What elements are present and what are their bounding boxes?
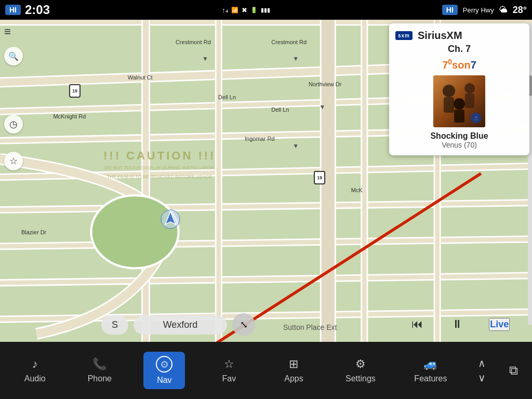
nav-label-audio: Audio (24, 374, 46, 383)
audio-icon: ♪ (32, 357, 38, 371)
nav-label-apps: Apps (284, 374, 303, 383)
sirius-header: sxm SiriusXM (395, 30, 523, 42)
svg-point-36 (443, 85, 455, 97)
bluetooth-icon: ✖ (242, 6, 247, 14)
star-icon: ☆ (9, 155, 18, 167)
nav-indicator-1: ▼ (202, 55, 208, 62)
nav-indicator-4: ▼ (292, 142, 299, 150)
nav-item-phone[interactable]: 📞 Phone (79, 353, 121, 388)
sirius-channel: Ch. 7 (395, 44, 523, 55)
settings-icon: ⚙ (355, 357, 366, 371)
search-button[interactable]: 🔍 (4, 47, 23, 65)
status-left: HI 2:03 (5, 3, 50, 17)
fav-icon: ☆ (224, 357, 234, 371)
expand-icon: ⤡ (240, 319, 248, 330)
channel-logo-area: 70son7 (395, 58, 523, 71)
signal-bars-icon: ▮▮▮ (261, 7, 270, 14)
destination-street: Sutton Place Ext (283, 323, 337, 331)
signal-4g-icon: ↑₄ (222, 6, 228, 14)
channel-70s-logo: 70son7 (442, 59, 476, 71)
nav-item-settings[interactable]: ⚙ Settings (338, 353, 383, 388)
nav-label-phone: Phone (88, 374, 112, 383)
nav-item-fav[interactable]: ☆ Fav (208, 353, 250, 388)
svg-point-38 (464, 83, 475, 94)
nav-item-apps[interactable]: ⊞ Apps (273, 353, 314, 388)
album-art: 🎵 (433, 75, 485, 127)
status-bar: HI 2:03 ↑₄ 📶 ✖ 🔋 ▮▮▮ HI Perry Hwy 🌥 28° (0, 0, 532, 20)
destination-button[interactable]: Wexford (134, 315, 227, 335)
siriusxm-panel: sxm SiriusXM Ch. 7 70son7 (389, 23, 529, 155)
nav-indicator-3: ▼ (319, 103, 325, 111)
history-icon: ◷ (9, 118, 18, 130)
pause-button[interactable]: ⏸ (449, 315, 466, 334)
nav-indicator-2: ▼ (292, 55, 299, 62)
svg-point-30 (91, 195, 178, 268)
nav-label-features: Features (414, 374, 447, 383)
nav-down-arrow[interactable]: ∨ (478, 371, 486, 384)
nav-item-nav[interactable]: ⊙ Nav (143, 352, 185, 389)
features-icon: 🚙 (423, 357, 437, 371)
sxm-logo: sxm (395, 31, 413, 40)
nav-up-arrow[interactable]: ∧ (478, 357, 486, 369)
sirius-title: SiriusXM (418, 30, 462, 42)
route-shield-19-top: 19 (69, 84, 81, 98)
search-icon: 🔍 (8, 51, 19, 61)
song-info: Shocking Blue Venus (70) (395, 131, 523, 149)
wifi-icon: 📶 (231, 7, 238, 14)
favorites-button[interactable]: ☆ (4, 152, 23, 170)
history-button[interactable]: ◷ (4, 115, 23, 134)
windows-button[interactable]: ⧉ (509, 363, 518, 378)
apps-icon: ⊞ (289, 357, 298, 371)
live-button[interactable]: Live (489, 318, 510, 331)
main-screen: HI 2:03 ↑₄ 📶 ✖ 🔋 ▮▮▮ HI Perry Hwy 🌥 28° (0, 0, 532, 399)
svg-rect-39 (465, 94, 474, 108)
battery-icon: 🔋 (250, 7, 258, 14)
direction-prefix: S (112, 320, 118, 330)
destination-name: Wexford (163, 320, 198, 330)
song-subtitle: Venus (70) (395, 141, 523, 149)
phone-icon: 📞 (92, 357, 107, 371)
svg-point-40 (454, 98, 465, 110)
status-icons: ↑₄ 📶 ✖ 🔋 ▮▮▮ (222, 6, 270, 14)
destination-prefix-button[interactable]: S (101, 315, 128, 335)
nav-label-nav: Nav (157, 376, 171, 385)
media-controls: ⏮ ⏸ Live (389, 311, 529, 338)
time-display: 2:03 (25, 3, 50, 17)
route-shield-19-mid: 19 (314, 171, 325, 184)
svg-rect-41 (454, 110, 464, 123)
svg-text:🎵: 🎵 (473, 116, 478, 121)
nav-item-features[interactable]: 🚙 Features (406, 353, 455, 388)
nav-arrows: ∧ ∨ (478, 357, 486, 384)
nav-bar: ♪ Audio 📞 Phone ⊙ Nav ☆ Fav ⊞ Apps ⚙ Set… (0, 342, 532, 399)
status-right: HI Perry Hwy 🌥 28° (442, 5, 527, 16)
nav-map-icon: ⊙ (156, 356, 172, 373)
rewind-button[interactable]: ⏮ (409, 315, 425, 334)
hamburger-menu-button[interactable]: ≡ (4, 25, 11, 38)
location-name: Perry Hwy (463, 6, 494, 14)
cloud-icon: 🌥 (499, 5, 508, 15)
nav-label-fav: Fav (222, 374, 236, 383)
hamburger-icon[interactable]: ≡ (4, 25, 11, 38)
vehicle-position-arrow (160, 209, 181, 230)
song-title: Shocking Blue (395, 131, 523, 141)
expand-map-button[interactable]: ⤡ (232, 313, 255, 336)
hi-badge[interactable]: HI (5, 5, 21, 15)
left-controls: 🔍 ◷ ☆ (4, 47, 23, 170)
nav-item-audio[interactable]: ♪ Audio (14, 353, 56, 388)
temperature: 28° (513, 5, 527, 16)
location-badge[interactable]: HI (442, 5, 458, 15)
svg-rect-37 (444, 97, 454, 113)
nav-label-settings: Settings (345, 374, 376, 383)
